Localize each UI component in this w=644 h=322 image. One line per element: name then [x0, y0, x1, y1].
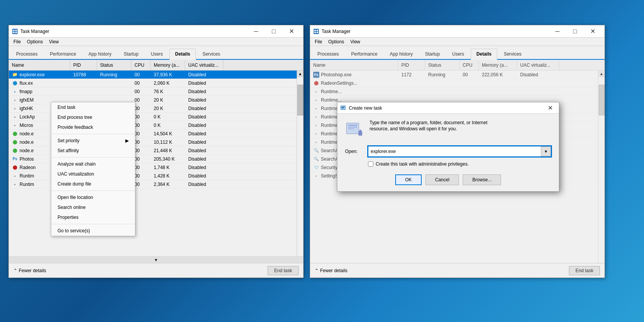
cell-name: ⬤ RadeonSettings... — [310, 79, 398, 87]
admin-privilege-checkbox[interactable] — [368, 161, 373, 167]
dialog-cancel-btn[interactable]: Cancel — [426, 174, 459, 185]
tab-services-1[interactable]: Services — [197, 49, 226, 59]
col-pid-1[interactable]: PID — [70, 60, 97, 70]
open-input[interactable] — [368, 146, 541, 156]
context-item-open-file-location[interactable]: Open file location — [51, 192, 135, 202]
tab-performance-1[interactable]: Performance — [44, 49, 82, 59]
maximize-btn-1[interactable]: □ — [265, 25, 283, 38]
col-cpu-2[interactable]: CPU — [460, 60, 479, 70]
tab-details-2[interactable]: Details — [471, 49, 497, 60]
context-item-analyze-wait-chain[interactable]: Analyze wait chain — [51, 159, 135, 169]
col-pid-2[interactable]: PID — [398, 60, 425, 70]
menu-file-1[interactable]: File — [10, 38, 24, 45]
cell-memory: 14,504 K — [151, 130, 185, 138]
cell-uac: Disabled — [517, 71, 559, 79]
scroll-down-btn-1[interactable]: ▾ — [9, 256, 303, 263]
cell-uac: Disabled — [185, 71, 223, 79]
tab-services-2[interactable]: Services — [498, 49, 527, 59]
cell-cpu: 00 — [131, 79, 151, 87]
scrollbar-thumb-2[interactable] — [599, 85, 605, 115]
col-name-2[interactable]: Name — [310, 60, 398, 70]
svg-rect-4 — [15, 32, 17, 33]
scroll-up-btn-1[interactable]: ▴ — [297, 71, 303, 77]
scroll-up-btn-2[interactable]: ▴ — [598, 71, 605, 77]
tab-users-2[interactable]: Users — [446, 49, 470, 59]
col-uac-1[interactable]: UAC virtualiz... — [185, 60, 223, 70]
col-status-2[interactable]: Status — [425, 60, 460, 70]
end-task-btn-2[interactable]: End task — [569, 266, 600, 275]
context-item-provide-feedback[interactable]: Provide feedback — [51, 122, 135, 132]
table-row[interactable]: Ps Photoshop.exe 1172 Running 00 222,056… — [310, 71, 598, 79]
context-item-end-process-tree[interactable]: End process tree — [51, 112, 135, 122]
maximize-btn-2[interactable]: □ — [566, 25, 584, 38]
cell-uac — [517, 87, 559, 95]
context-item-set-affinity[interactable]: Set affinity — [51, 146, 135, 156]
context-separator — [51, 157, 135, 158]
col-name-1[interactable]: Name — [9, 60, 70, 70]
process-icon: 📁 — [12, 72, 18, 78]
close-btn-1[interactable]: ✕ — [283, 25, 300, 38]
table-header-1: Name PID Status CPU Memory (a... UAC vir… — [9, 60, 303, 71]
context-item-search-online[interactable]: Search online — [51, 202, 135, 212]
svg-rect-8 — [314, 32, 316, 33]
context-item-go-to-service[interactable]: Go to service(s) — [51, 226, 135, 236]
cell-name: 📁 explorer.exe — [9, 71, 70, 79]
tab-details-1[interactable]: Details — [169, 49, 196, 60]
menu-options-1[interactable]: Options — [24, 38, 46, 45]
menu-view-1[interactable]: View — [46, 38, 62, 45]
cell-cpu — [460, 87, 479, 95]
col-cpu-1[interactable]: CPU — [131, 60, 151, 70]
table-row[interactable]: ▪Runtime... — [310, 87, 598, 96]
tab-processes-1[interactable]: Processes — [10, 49, 43, 59]
context-item-properties[interactable]: Properties — [51, 212, 135, 222]
scrollbar-1[interactable]: ▴ ▾ — [297, 71, 303, 263]
dialog-close-btn[interactable]: ✕ — [544, 103, 556, 113]
tab-startup-1[interactable]: Startup — [118, 49, 145, 59]
fewer-details-btn-1[interactable]: ⌃ Fewer details — [13, 268, 46, 273]
tab-processes-2[interactable]: Processes — [312, 49, 345, 59]
window-controls-1: ─ □ ✕ — [247, 25, 300, 38]
tab-performance-2[interactable]: Performance — [345, 49, 383, 59]
table-row[interactable]: ⬤ RadeonSettings... — [310, 79, 598, 87]
menu-options-2[interactable]: Options — [325, 38, 347, 45]
scrollbar-2[interactable]: ▴ — [598, 71, 605, 263]
svg-rect-12 — [348, 125, 357, 126]
table-row[interactable]: ▪ fmapp 00 76 K Disabled — [9, 87, 297, 96]
context-item-create-dump-file[interactable]: Create dump file — [51, 179, 135, 189]
dialog-ok-btn[interactable]: OK — [395, 174, 422, 185]
cell-uac: Disabled — [185, 113, 223, 121]
process-icon: ▪ — [313, 131, 319, 137]
cell-uac: Disabled — [185, 163, 223, 171]
svg-rect-15 — [359, 131, 362, 135]
col-memory-2[interactable]: Memory (a... — [479, 60, 517, 70]
minimize-btn-1[interactable]: ─ — [247, 25, 265, 38]
end-task-btn-1[interactable]: End task — [268, 266, 299, 275]
scrollbar-thumb-1[interactable] — [297, 85, 303, 115]
dialog-icon — [340, 105, 347, 111]
table-row[interactable]: ⬤ flux.ex 00 2,060 K Disabled — [9, 79, 297, 87]
tab-users-1[interactable]: Users — [145, 49, 168, 59]
col-status-1[interactable]: Status — [97, 60, 131, 70]
cell-uac: Disabled — [185, 180, 223, 188]
col-uac-2[interactable]: UAC virtualiz... — [517, 60, 559, 70]
cell-memory: 10,112 K — [151, 138, 185, 146]
fewer-details-btn-2[interactable]: ⌃ Fewer details — [315, 268, 347, 273]
minimize-btn-2[interactable]: ─ — [549, 25, 566, 38]
context-item-set-priority[interactable]: Set priority ▶ — [51, 136, 135, 146]
process-icon: 🛡 — [313, 164, 319, 171]
dialog-desc-line1: Type the name of a program, folder, docu… — [370, 120, 488, 125]
tab-apphistory-1[interactable]: App history — [83, 49, 117, 59]
table-row[interactable]: 📁 explorer.exe 10788 Running 00 37,936 K… — [9, 71, 297, 79]
context-item-uac-virtualization[interactable]: UAC virtualization — [51, 169, 135, 179]
menu-view-2[interactable]: View — [347, 38, 363, 45]
tab-apphistory-2[interactable]: App history — [384, 49, 419, 59]
tab-startup-2[interactable]: Startup — [419, 49, 446, 59]
dialog-icon-row: Type the name of a program, folder, docu… — [345, 120, 551, 138]
menu-file-2[interactable]: File — [312, 38, 325, 45]
open-dropdown-btn[interactable]: ▾ — [541, 146, 551, 156]
close-btn-2[interactable]: ✕ — [584, 25, 601, 38]
col-memory-1[interactable]: Memory (a... — [151, 60, 185, 70]
cell-uac: Disabled — [185, 146, 223, 154]
dialog-browse-btn[interactable]: Browse... — [463, 174, 501, 185]
context-item-end-task[interactable]: End task — [51, 102, 135, 112]
